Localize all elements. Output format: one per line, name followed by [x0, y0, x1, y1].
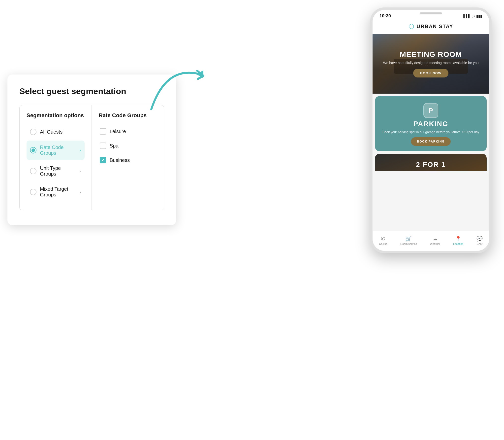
weather-icon: ☁: [433, 236, 438, 242]
radio-mixed-target-groups[interactable]: [30, 189, 36, 195]
meeting-card-overlay: MEETING ROOM We have beautifully designe…: [373, 34, 489, 94]
phone-frame: 10:30 ▌▌▌ ⟩⟩ ▮▮▮ ⬡ URBAN STAY MEETING RO…: [370, 7, 492, 253]
phone-notch: [420, 12, 442, 14]
meeting-room-card[interactable]: MEETING ROOM We have beautifully designe…: [373, 34, 489, 94]
phone-bottom-nav: ✆ Call us 🛒 Room service ☁ Weather 📍 Loc…: [373, 231, 489, 251]
location-icon: 📍: [455, 236, 461, 242]
rate-option-business[interactable]: ✓ Business: [99, 153, 157, 167]
checkmark-icon: ✓: [101, 158, 105, 162]
option-rate-code-groups[interactable]: Rate Code Groups ›: [27, 141, 85, 160]
nav-location[interactable]: 📍 Location: [453, 236, 464, 245]
chat-icon: 💬: [476, 236, 483, 242]
nav-call-us[interactable]: ✆ Call us: [379, 236, 387, 245]
battery-icon: ▮▮▮: [476, 14, 482, 18]
leisure-label: Leisure: [110, 129, 126, 134]
call-us-label: Call us: [379, 242, 387, 245]
brand-name: URBAN STAY: [417, 24, 453, 29]
meeting-card-title: MEETING ROOM: [400, 50, 462, 59]
radio-inner-dot: [32, 148, 35, 152]
parking-p-icon: P: [429, 107, 433, 114]
app-header: ⬡ URBAN STAY: [373, 20, 489, 34]
book-parking-button[interactable]: BOOK PARKING: [411, 137, 451, 146]
spa-label: Spa: [110, 143, 119, 149]
parking-icon: P: [423, 103, 438, 118]
meeting-card-subtitle: We have beautifully designed meeting roo…: [383, 61, 479, 66]
unit-type-groups-label: Unit Type Groups: [40, 165, 76, 177]
parking-card-subtitle: Book your parking spot in our garage bef…: [382, 130, 479, 134]
phone-time: 10:30: [379, 13, 391, 19]
parking-card[interactable]: P PARKING Book your parking spot in our …: [375, 96, 487, 151]
phone-mockup: 10:30 ▌▌▌ ⟩⟩ ▮▮▮ ⬡ URBAN STAY MEETING RO…: [370, 7, 492, 430]
checkbox-business[interactable]: ✓: [100, 157, 106, 163]
all-guests-label: All Guests: [40, 129, 63, 135]
wifi-icon: ⟩⟩: [472, 14, 475, 18]
rate-option-leisure[interactable]: Leisure: [99, 125, 157, 138]
location-label: Location: [453, 242, 464, 245]
nav-chat[interactable]: 💬 Chat: [476, 236, 483, 245]
business-label: Business: [110, 157, 130, 163]
rate-option-spa[interactable]: Spa: [99, 139, 157, 152]
call-us-icon: ✆: [381, 236, 385, 242]
signal-icon: ▌▌▌: [463, 14, 471, 18]
segmentation-options-column: Segmentation options All Guests Rate Cod…: [20, 105, 92, 210]
radio-unit-type-groups[interactable]: [30, 168, 36, 174]
two-for-one-card-peek: 2 FOR 1: [375, 154, 487, 171]
radio-all-guests[interactable]: [30, 129, 36, 135]
checkbox-spa[interactable]: [100, 143, 106, 149]
option-mixed-target-groups[interactable]: Mixed Target Groups ›: [27, 182, 85, 202]
option-all-guests[interactable]: All Guests: [27, 125, 85, 139]
rate-code-groups-label: Rate Code Groups: [40, 145, 76, 156]
phone-content-area: MEETING ROOM We have beautifully designe…: [373, 34, 489, 228]
option-unit-type-groups[interactable]: Unit Type Groups ›: [27, 161, 85, 181]
seg-options-title: Segmentation options: [27, 112, 85, 119]
chat-label: Chat: [477, 242, 482, 245]
nav-room-service[interactable]: 🛒 Room service: [400, 236, 417, 245]
room-service-icon: 🛒: [406, 236, 412, 242]
chevron-icon-mixed: ›: [80, 189, 81, 195]
two-for-one-text: 2 FOR 1: [416, 161, 446, 169]
checkbox-leisure[interactable]: [100, 128, 106, 135]
brand-logo-icon: ⬡: [409, 23, 414, 30]
curved-arrow: [136, 45, 216, 124]
nav-weather[interactable]: ☁ Weather: [430, 236, 440, 245]
room-service-label: Room service: [400, 242, 417, 245]
book-now-button[interactable]: BOOK NOW: [413, 69, 448, 77]
mixed-target-groups-label: Mixed Target Groups: [40, 186, 76, 198]
radio-rate-code-groups[interactable]: [30, 147, 36, 153]
phone-status-icons: ▌▌▌ ⟩⟩ ▮▮▮: [463, 14, 482, 18]
parking-card-title: PARKING: [413, 120, 448, 128]
phone-status-bar: 10:30 ▌▌▌ ⟩⟩ ▮▮▮: [373, 10, 489, 20]
chevron-icon-rate: ›: [80, 148, 81, 153]
weather-label: Weather: [430, 242, 440, 245]
chevron-icon-unit: ›: [80, 169, 81, 174]
